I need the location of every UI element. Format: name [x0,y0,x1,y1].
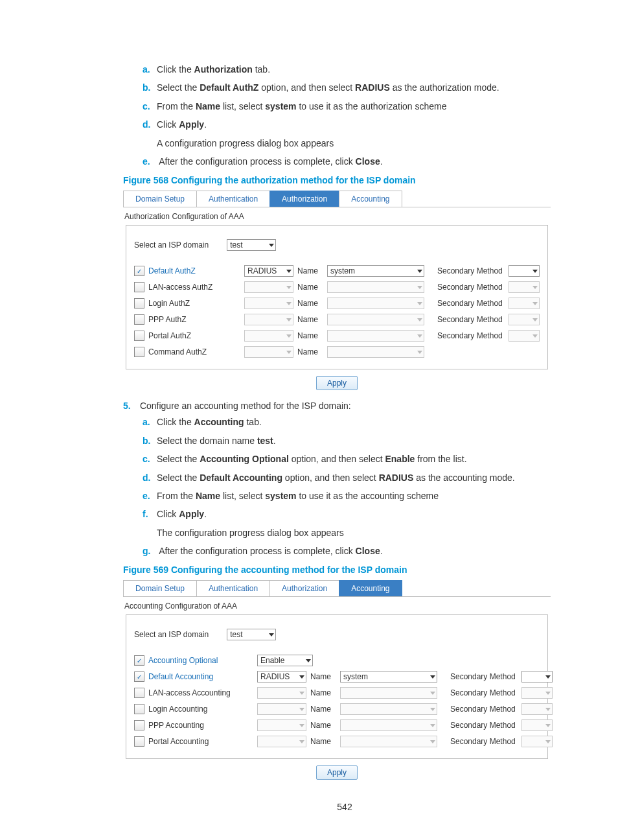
name-dropdown[interactable]: system [327,265,424,277]
secondary-method-label: Secondary Method [428,283,509,292]
secondary-method-dropdown [521,703,553,715]
secondary-method-dropdown [509,281,540,293]
chevron-down-icon [532,334,538,338]
checkbox[interactable] [134,298,144,309]
mode-dropdown-cell: RADIUS [244,265,295,277]
checkbox[interactable] [134,347,144,357]
secondary-method-dropdown [521,687,553,699]
tab-domain-setup[interactable]: Domain Setup [123,580,197,596]
checkbox[interactable] [134,282,144,292]
document-page: a.Click the Authorization tab.b.Select t… [0,0,618,838]
checkbox[interactable]: ✓ [134,266,144,276]
tab-authorization[interactable]: Authorization [269,580,339,596]
step-marker: g. [143,544,157,558]
row-label-cell: Login AuthZ [134,298,244,309]
row-label: Portal Accounting [148,737,209,746]
name-dropdown-cell [327,281,428,293]
page-number: 542 [123,802,566,812]
form-box: Select an ISP domain test ✓ Accounting O… [126,614,548,759]
row-label-cell: ✓ Accounting Optional [134,655,257,666]
checkbox[interactable]: ✓ [134,671,144,682]
authorization-config-panel: Domain SetupAuthenticationAuthorizationA… [123,191,551,390]
step-text-bold: Close [356,546,380,556]
secondary-method-label: Secondary Method [428,266,509,275]
checkbox[interactable]: ✓ [134,655,144,666]
secondary-method-label: Secondary Method [441,705,521,714]
apply-button[interactable]: Apply [316,765,358,780]
checkbox[interactable] [134,704,144,714]
chevron-down-icon [430,708,435,711]
name-label: Name [308,672,340,681]
sub-step: f.Click Apply. [143,507,566,521]
secondary-method-dropdown [509,298,540,309]
step-marker: a. [143,415,157,429]
isp-domain-dropdown[interactable]: test [227,629,276,640]
checkbox[interactable] [134,314,144,325]
mode-dropdown-cell [257,736,308,747]
mode-dropdown-cell [257,719,308,731]
checkbox[interactable] [134,736,144,747]
row-label: LAN-access AuthZ [148,283,212,292]
step-marker: e. [143,154,157,169]
secondary-dropdown-cell [521,719,554,731]
tab-accounting[interactable]: Accounting [339,580,402,596]
select-isp-row: Select an ISP domain test [134,238,540,252]
apply-button[interactable]: Apply [316,376,358,390]
acct-step-g-wrap: g. After the configuration process is co… [123,544,566,558]
step-text: Click Apply. [157,119,207,130]
tab-accounting[interactable]: Accounting [339,191,402,207]
step-text: Select the domain name test. [157,436,276,446]
optional-dropdown[interactable]: Enable [257,655,313,666]
name-label: Name [308,688,340,697]
chevron-down-icon [286,334,292,338]
row-label: Command AuthZ [148,347,207,356]
name-label: Name [295,347,327,356]
mode-dropdown-cell [244,346,295,358]
secondary-method-label: Secondary Method [441,688,521,697]
secondary-method-dropdown[interactable] [521,671,553,682]
mode-dropdown [244,314,293,325]
isp-domain-dropdown[interactable]: test [227,239,276,251]
row-label-cell: ✓Default Accounting [134,671,257,682]
dropdown-value: RADIUS [247,266,277,275]
dropdown-value: test [230,240,242,250]
tab-authentication[interactable]: Authentication [196,191,270,207]
tab-authentication[interactable]: Authentication [196,580,270,596]
checkbox[interactable] [134,331,144,341]
secondary-dropdown-cell [521,687,554,699]
chevron-down-icon [430,675,435,679]
row-label-cell: LAN-access AuthZ [134,282,244,292]
secondary-dropdown-cell [509,265,541,277]
row-label: Default AuthZ [148,266,196,275]
step-marker: f. [143,507,157,521]
name-dropdown[interactable]: system [340,671,437,682]
secondary-method-dropdown[interactable] [509,265,540,277]
dropdown-value: Enable [260,656,284,665]
checkbox[interactable] [134,688,144,698]
select-isp-row: Select an ISP domain test [134,627,540,642]
tab-domain-setup[interactable]: Domain Setup [123,191,197,207]
sub-step: b.Select the Default AuthZ option, and t… [143,80,566,95]
mode-dropdown [257,736,306,747]
dropdown-value: test [230,630,242,639]
mode-dropdown-cell [244,298,295,309]
mode-dropdown[interactable]: RADIUS [257,671,306,682]
name-dropdown-cell [340,687,441,699]
row-label: Login AuthZ [148,299,190,308]
tab-bar: Domain SetupAuthenticationAuthorizationA… [123,191,551,207]
row-label-cell: LAN-access Accounting [134,688,257,698]
step-text: Select the Default Accounting option, an… [157,472,515,483]
name-dropdown-cell [340,703,441,715]
tab-authorization[interactable]: Authorization [269,191,339,207]
name-dropdown [327,298,424,309]
mode-dropdown [257,687,306,699]
checkbox[interactable] [134,720,144,730]
secondary-method-label: Secondary Method [428,299,509,308]
mode-dropdown[interactable]: RADIUS [244,265,293,277]
step-text: From the Name list, select system to use… [157,101,446,111]
name-dropdown-cell [340,736,441,747]
sub-step: e.From the Name list, select system to u… [143,489,566,503]
chevron-down-icon [545,724,551,727]
row-label-cell: PPP Accounting [134,720,257,730]
name-dropdown [340,703,437,715]
